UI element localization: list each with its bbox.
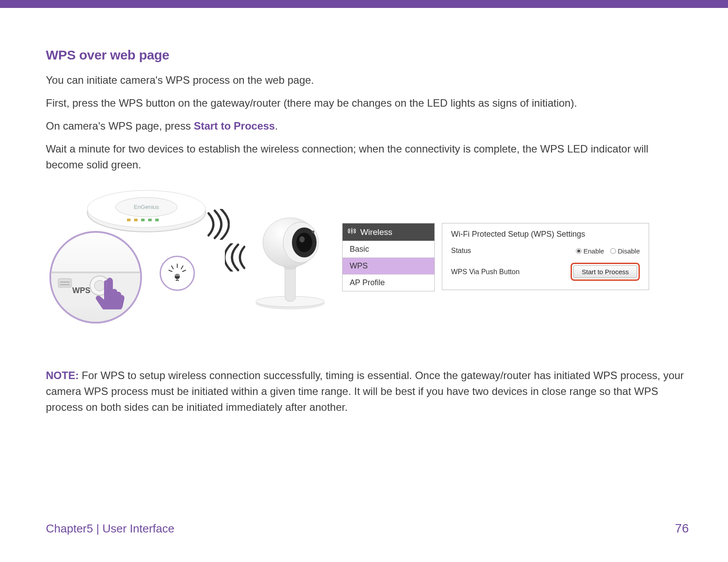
svg-line-16 (181, 266, 183, 269)
status-label: Status (451, 247, 471, 255)
disable-radio[interactable]: Disable (610, 247, 640, 255)
settings-title: Wi-Fi Protected Setup (WPS) Settings (451, 230, 640, 239)
radio-icon (610, 248, 616, 254)
svg-point-30 (351, 230, 352, 231)
camera-illustration (248, 215, 340, 312)
svg-rect-7 (148, 219, 152, 221)
svg-rect-11 (58, 279, 71, 287)
start-to-process-button[interactable]: Start to Process (573, 265, 637, 278)
paragraph-2: First, press the WPS button on the gatew… (46, 95, 689, 111)
status-row: Status Enable Disable (451, 247, 640, 255)
wps-led-closeup (160, 256, 195, 291)
wps-button-closeup: WPS (49, 231, 142, 324)
footer-page-number: 76 (675, 521, 689, 536)
svg-rect-10 (51, 272, 142, 273)
para3-pre: On camera's WPS page, press (46, 120, 194, 132)
nav-item-basic[interactable]: Basic (343, 241, 434, 257)
enable-radio[interactable]: Enable (576, 247, 604, 255)
section-heading: WPS over web page (46, 48, 689, 63)
svg-text:EnGenius: EnGenius (134, 204, 159, 210)
page-footer: Chapter5 | User Interface 76 (46, 521, 689, 536)
signal-in-icon (225, 243, 247, 272)
svg-point-27 (296, 233, 312, 252)
paragraph-3: On camera's WPS page, press Start to Pro… (46, 118, 689, 134)
wireless-nav-menu: Wireless Basic WPS AP Profile (342, 223, 435, 291)
svg-rect-5 (134, 219, 138, 221)
router-body: EnGenius (85, 188, 208, 234)
wps-button-label: WPS (72, 286, 90, 295)
svg-rect-4 (127, 219, 131, 221)
paragraph-4: Wait a minute for two devices to establi… (46, 141, 689, 173)
start-to-process-text: Start to Process (194, 120, 275, 132)
start-button-highlight: Start to Process (571, 263, 640, 281)
enable-label: Enable (583, 247, 604, 255)
signal-out-icon (206, 209, 230, 240)
push-button-label: WPS Via Push Button (451, 268, 519, 276)
footer-chapter: Chapter5 | User Interface (46, 522, 174, 536)
para3-post: . (275, 120, 278, 132)
document-page: WPS over web page You can initiate camer… (0, 0, 728, 562)
content-area: WPS over web page You can initiate camer… (46, 48, 689, 180)
svg-point-28 (299, 236, 305, 242)
svg-line-17 (169, 270, 172, 272)
svg-rect-6 (141, 219, 145, 221)
top-bar (0, 0, 728, 8)
svg-line-15 (172, 266, 173, 269)
note-paragraph: NOTE: For WPS to setup wireless connecti… (46, 368, 689, 415)
push-button-row: WPS Via Push Button Start to Process (451, 263, 640, 281)
svg-line-18 (183, 270, 186, 272)
note-label: NOTE: (46, 369, 79, 381)
svg-rect-8 (155, 219, 159, 221)
nav-header: Wireless (343, 223, 434, 241)
hand-icon (92, 274, 127, 309)
wps-settings-panel: Wi-Fi Protected Setup (WPS) Settings Sta… (442, 223, 649, 290)
svg-rect-22 (285, 264, 295, 301)
illustration-row: EnGenius (58, 187, 676, 319)
svg-point-29 (312, 231, 314, 233)
radio-icon (576, 248, 582, 254)
disable-label: Disable (618, 247, 640, 255)
router-illustration: EnGenius (58, 187, 221, 310)
status-radio-group: Enable Disable (576, 247, 640, 255)
nav-item-ap-profile[interactable]: AP Profile (343, 274, 434, 291)
note-text: For WPS to setup wireless connection suc… (46, 369, 684, 413)
nav-item-wps[interactable]: WPS (343, 257, 434, 274)
nav-header-label: Wireless (360, 227, 392, 237)
wireless-icon (348, 227, 356, 237)
paragraph-1: You can initiate camera's WPS process on… (46, 72, 689, 88)
